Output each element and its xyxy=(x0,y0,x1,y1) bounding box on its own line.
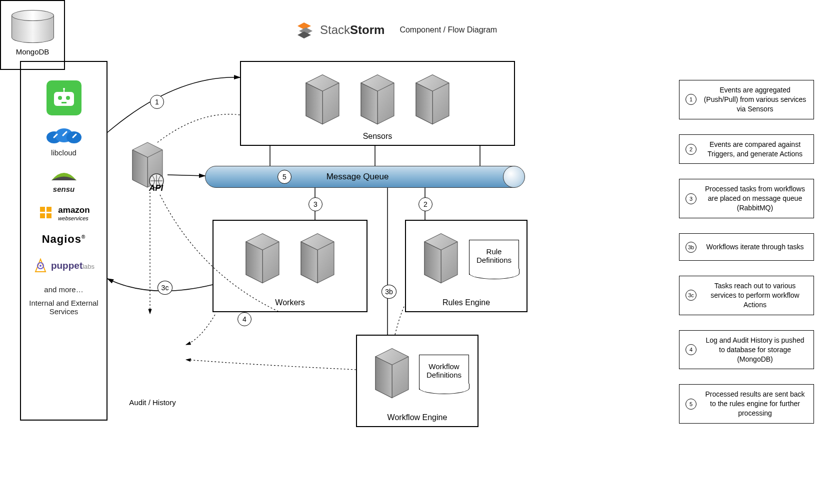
step-3: 3 xyxy=(308,197,322,211)
step-3c: 3c xyxy=(158,281,172,295)
sensu-icon xyxy=(49,168,79,183)
rules-engine-label: Rules Engine xyxy=(406,298,526,307)
logo-text-stack: Stack xyxy=(320,23,350,36)
legend-text: Workflows iterate through tasks xyxy=(702,242,808,252)
service-item-puppet: puppetlabs xyxy=(26,257,102,274)
legend-text: Tasks reach out to various services to p… xyxy=(702,281,808,310)
legend-item-3b: 3b Workflows iterate through tasks xyxy=(679,233,814,261)
step-1: 1 xyxy=(150,95,164,109)
legend-item-3: 3 Processed tasks from workflows are pla… xyxy=(679,179,814,218)
svg-rect-11 xyxy=(40,213,45,218)
server-icon xyxy=(355,72,400,129)
audit-history-label: Audit / History xyxy=(120,398,185,407)
api-label: API xyxy=(149,183,163,193)
legend-num: 1 xyxy=(686,94,696,105)
mongodb-label: MongoDB xyxy=(5,47,60,56)
step-3b: 3b xyxy=(382,285,396,299)
legend-item-4: 4 Log and Audit History is pushed to dat… xyxy=(679,330,814,370)
server-icon xyxy=(300,72,345,129)
aws-icon xyxy=(38,204,55,222)
legend-text: Log and Audit History is pushed to datab… xyxy=(702,336,808,364)
svg-rect-12 xyxy=(46,213,52,218)
legend: 1 Events are aggregated (Push/Pull) from… xyxy=(679,80,814,439)
nagios-label: Nagios® xyxy=(42,233,86,246)
legend-num: 3c xyxy=(686,290,696,301)
message-queue-label: Message Queue xyxy=(205,166,510,188)
legend-item-2: 2 Events are compared against Triggers, … xyxy=(679,134,814,164)
api-server xyxy=(128,140,168,190)
workers-label: Workers xyxy=(214,298,366,307)
mongodb-icon xyxy=(12,10,54,45)
sensors-label: Sensors xyxy=(241,132,514,141)
legend-num: 3b xyxy=(686,242,696,253)
libcloud-label: libcloud xyxy=(51,148,76,157)
legend-text: Events are aggregated (Push/Pull) from v… xyxy=(702,85,808,114)
legend-item-1: 1 Events are aggregated (Push/Pull) from… xyxy=(679,80,814,119)
robot-icon xyxy=(46,80,82,115)
server-icon xyxy=(410,72,455,129)
puppet-icon xyxy=(33,257,48,274)
libcloud-icon xyxy=(44,126,84,146)
puppet-sublabel: labs xyxy=(82,263,94,270)
workers-box: Workers xyxy=(212,220,368,312)
server-icon xyxy=(370,346,414,403)
puppet-label: puppet xyxy=(51,260,82,271)
aws-sublabel: webservices xyxy=(58,215,90,221)
legend-num: 4 xyxy=(686,344,696,355)
service-item-nagios: Nagios® xyxy=(26,233,102,246)
logo-text-storm: Storm xyxy=(350,23,384,36)
aws-label: amazon xyxy=(58,205,90,215)
svg-point-5 xyxy=(63,88,65,90)
service-item-aws: amazon webservices xyxy=(26,204,102,222)
svg-point-2 xyxy=(66,96,70,100)
server-icon xyxy=(418,231,464,288)
legend-text: Events are compared against Triggers, an… xyxy=(702,140,808,159)
server-icon xyxy=(240,231,285,288)
stackstorm-logo-icon xyxy=(295,20,315,40)
legend-text: Processed results are sent back to the r… xyxy=(702,390,808,418)
service-item-libcloud: libcloud xyxy=(26,126,102,157)
server-icon xyxy=(295,231,340,288)
rule-definitions-doc: Rule Definitions xyxy=(469,240,519,275)
workflow-definitions-doc: Workflow Definitions xyxy=(419,355,469,390)
services-more: and more… xyxy=(26,285,102,294)
service-item-robot xyxy=(26,80,102,115)
legend-num: 3 xyxy=(686,193,696,204)
step-4: 4 xyxy=(238,312,252,326)
workflow-definitions-label: Workflow Definitions xyxy=(420,355,468,386)
header: StackStorm Component / Flow Diagram xyxy=(295,20,497,40)
service-item-sensu: sensu xyxy=(26,168,102,193)
workflow-engine-label: Workflow Engine xyxy=(357,413,478,422)
svg-rect-0 xyxy=(54,92,74,106)
legend-item-5: 5 Processed results are sent back to the… xyxy=(679,384,814,424)
sensu-label: sensu xyxy=(53,185,74,193)
svg-point-1 xyxy=(58,96,62,100)
legend-num: 2 xyxy=(686,144,696,155)
svg-rect-10 xyxy=(46,207,52,212)
legend-text: Processed tasks from workflows are place… xyxy=(702,184,808,213)
services-caption: Internal and External Services xyxy=(26,299,102,316)
stackstorm-logo: StackStorm xyxy=(295,20,384,40)
svg-point-14 xyxy=(40,265,42,267)
svg-rect-9 xyxy=(40,207,45,212)
svg-rect-3 xyxy=(62,102,66,103)
services-panel: libcloud sensu amazon webservices Nagios… xyxy=(20,61,108,421)
message-queue: Message Queue xyxy=(205,166,525,188)
diagram-subtitle: Component / Flow Diagram xyxy=(400,25,497,34)
legend-item-3c: 3c Tasks reach out to various services t… xyxy=(679,276,814,315)
rule-definitions-label: Rule Definitions xyxy=(470,240,518,271)
step-2: 2 xyxy=(418,197,432,211)
step-5: 5 xyxy=(278,170,292,184)
sensors-box: Sensors xyxy=(240,61,515,146)
legend-num: 5 xyxy=(686,399,696,410)
audit-history-box: MongoDB xyxy=(0,0,65,70)
